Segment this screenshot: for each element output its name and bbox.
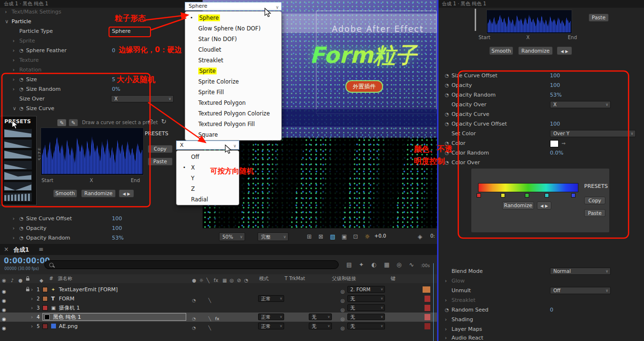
- region-of-interest-icon[interactable]: ▧: [330, 233, 335, 240]
- menu-item-off[interactable]: Off: [177, 152, 239, 162]
- layer-duration-bar[interactable]: [425, 305, 430, 311]
- row-opacity-random[interactable]: ›◔Opacity Random53%: [0, 233, 203, 243]
- row-audio-react-group[interactable]: ›Audio React: [438, 333, 644, 341]
- gradient-stop-red[interactable]: [477, 193, 481, 198]
- row-color-over[interactable]: ◔Color Over: [438, 158, 644, 168]
- blend-mode-dropdown[interactable]: 正常∨: [258, 313, 284, 320]
- menu-item-textured-polygon[interactable]: Textured Polygon: [185, 98, 281, 108]
- stopwatch-icon[interactable]: ◔: [445, 71, 449, 81]
- row-size-curve-group[interactable]: ∨◔Size Curve: [0, 104, 203, 114]
- row-sprite-group[interactable]: ›Sprite: [0, 36, 203, 46]
- parent-dropdown[interactable]: 无∨: [347, 313, 385, 320]
- prev-next-buttons[interactable]: ◀ ▶: [119, 189, 134, 198]
- gradient-bar[interactable]: [478, 183, 578, 192]
- size-curve-graph[interactable]: [41, 128, 144, 175]
- row-size-curve-offset[interactable]: ◔Size Curve Offset100: [438, 71, 644, 81]
- property-value[interactable]: 100: [112, 224, 122, 233]
- exposure-value[interactable]: +0.0: [374, 233, 386, 239]
- opacity-over-dropdown[interactable]: X∨: [550, 101, 611, 108]
- show-snapshot-icon[interactable]: ◈: [418, 233, 422, 240]
- chevron-right-icon[interactable]: ›: [31, 313, 33, 322]
- menu-item-sphere[interactable]: •Sphere: [185, 13, 281, 23]
- scrollbar-thumb[interactable]: [475, 9, 476, 31]
- chevron-right-icon[interactable]: ›: [445, 325, 447, 334]
- menu-item-sprite-colorize[interactable]: Sprite Colorize: [185, 76, 281, 87]
- menu-item-radial[interactable]: Radial: [177, 194, 239, 205]
- gradient-stop-yellow[interactable]: [501, 193, 505, 198]
- panel-menu-icon[interactable]: ≡: [39, 246, 43, 253]
- row-set-color[interactable]: Set ColorOver Y∨: [438, 129, 644, 139]
- chevron-right-icon[interactable]: ›: [445, 333, 447, 341]
- layer-duration-bar[interactable]: [425, 323, 430, 329]
- particle-type-combobox[interactable]: Sphere∨: [185, 2, 282, 11]
- panel-tab-right[interactable]: 合成 1 · 黑色 纯色 1: [438, 0, 644, 8]
- property-value[interactable]: 0%: [112, 85, 120, 94]
- gradient-stop-blue[interactable]: [571, 193, 575, 198]
- particle-type-value[interactable]: Sphere: [112, 27, 131, 36]
- chevron-right-icon[interactable]: ›: [13, 75, 14, 85]
- paste-button[interactable]: Paste: [589, 14, 609, 22]
- blend-mode-dropdown[interactable]: Normal∨: [550, 268, 611, 275]
- edit-curve-button[interactable]: ✎: [69, 119, 78, 127]
- chevron-right-icon[interactable]: ›: [445, 296, 447, 305]
- quality-dropdown[interactable]: 完整∨: [258, 232, 288, 241]
- gradient-stop-cyan[interactable]: [545, 193, 549, 198]
- stopwatch-icon[interactable]: ◔: [445, 158, 449, 168]
- blend-mode-dropdown[interactable]: 正常∨: [258, 295, 284, 302]
- undo-icon[interactable]: ↶: [148, 118, 153, 125]
- layer-name[interactable]: 黑色 纯色 1: [53, 313, 81, 322]
- set-color-dropdown[interactable]: Over Y∨: [550, 130, 636, 137]
- mask-toggle-icon[interactable]: ⊠: [318, 233, 323, 240]
- chevron-right-icon[interactable]: ›: [445, 315, 447, 325]
- color-swatch[interactable]: [550, 140, 559, 147]
- chevron-right-icon[interactable]: ›: [13, 36, 14, 46]
- size-over-dropdown[interactable]: X∨: [111, 95, 174, 102]
- stopwatch-icon[interactable]: ◔: [19, 75, 24, 85]
- lock-icon[interactable]: [26, 289, 29, 291]
- exposure-icon[interactable]: ☼: [365, 233, 370, 240]
- parent-dropdown[interactable]: 无∨: [347, 323, 385, 329]
- property-value[interactable]: 100: [550, 81, 560, 90]
- current-time-indicator[interactable]: [433, 263, 434, 341]
- trkmat-dropdown[interactable]: 无∨: [309, 313, 332, 320]
- chevron-right-icon[interactable]: ›: [13, 56, 14, 65]
- row-particle-group[interactable]: ∨Particle: [0, 17, 203, 27]
- stopwatch-icon[interactable]: ◔: [19, 104, 24, 114]
- stopwatch-icon[interactable]: ◔: [19, 224, 24, 233]
- panel-divider[interactable]: [437, 0, 438, 341]
- quality-switch-icon[interactable]: ◔: [192, 324, 196, 333]
- row-size[interactable]: ›◔Size5: [0, 75, 203, 85]
- property-value[interactable]: 0: [112, 46, 115, 56]
- menu-item-cloudlet[interactable]: Cloudlet: [185, 44, 281, 55]
- paste-button[interactable]: Paste: [584, 209, 605, 217]
- property-value[interactable]: 5: [112, 75, 115, 85]
- layer-name[interactable]: TextLayerEmit [FORM]: [59, 285, 118, 294]
- mode-column-header[interactable]: 模式: [259, 274, 269, 283]
- randomize-button[interactable]: Randomize: [81, 189, 116, 198]
- layer-label-chip[interactable]: [42, 287, 48, 292]
- curve-preset-thumb[interactable]: [4, 182, 32, 191]
- parent-dropdown[interactable]: 无∨: [347, 304, 385, 311]
- zoom-dropdown[interactable]: 50%∨: [219, 232, 245, 241]
- stopwatch-icon[interactable]: ◔: [19, 214, 24, 224]
- layer-row-5[interactable]: ◉ › 5 AE.png ◔ ╲ 正常∨ 无∨ ◎ 无∨: [0, 322, 438, 331]
- property-value[interactable]: 100: [550, 71, 560, 81]
- property-value[interactable]: 100: [112, 214, 122, 224]
- layer-duration-bar[interactable]: [423, 286, 430, 293]
- smooth-button[interactable]: Smooth: [489, 46, 513, 55]
- smooth-button[interactable]: Smooth: [53, 189, 77, 198]
- rulers-icon[interactable]: ⊡: [353, 233, 358, 240]
- comp-flowchart-icon[interactable]: ▤: [346, 261, 352, 268]
- chevron-down-icon[interactable]: ∨: [13, 104, 16, 114]
- quality-slash-icon[interactable]: ╲: [208, 324, 211, 333]
- guides-icon[interactable]: ▣: [342, 233, 347, 240]
- panel-tab-left[interactable]: 合成 1 · 黑色 纯色 1: [0, 0, 203, 8]
- stopwatch-icon[interactable]: ◔: [445, 90, 449, 100]
- row-opacity-curve-offset[interactable]: ◔Opacity Curve Offset100: [438, 119, 644, 129]
- layer-row-3[interactable]: ◉ › 3 ▣ 摄像机 1 ◎ 无∨: [0, 303, 438, 313]
- randomize-button[interactable]: Randomize: [518, 46, 553, 55]
- row-color-random[interactable]: ◔Color Random0.0%: [438, 148, 644, 158]
- layer-duration-bar[interactable]: [425, 314, 430, 320]
- curve-preset-thumb[interactable]: [4, 171, 32, 180]
- row-size-curve-offset[interactable]: ›◔Size Curve Offset100: [0, 214, 203, 224]
